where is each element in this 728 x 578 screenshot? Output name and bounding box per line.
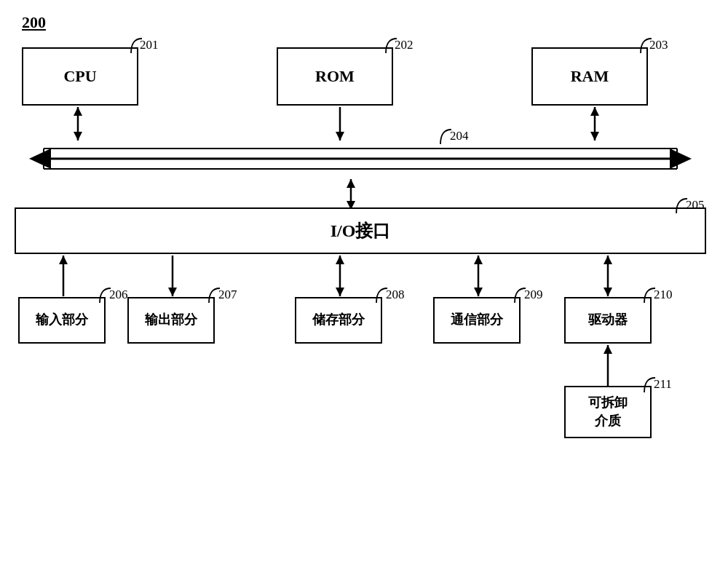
diagram-ref-200: 200 — [22, 13, 46, 32]
arrow-ram-bus — [584, 106, 606, 142]
arrow-driver-removable — [597, 344, 619, 387]
svg-marker-30 — [604, 288, 612, 296]
arrow-io-driver — [597, 254, 619, 298]
svg-marker-1 — [74, 107, 82, 116]
output-label: 输出部分 — [145, 311, 197, 329]
svg-marker-10 — [670, 149, 692, 169]
rom-box: ROM — [277, 47, 393, 106]
arrow-cpu-bus — [67, 106, 89, 142]
bus-arrow — [15, 140, 706, 178]
ram-label: RAM — [571, 67, 609, 86]
storage-bracket — [373, 285, 395, 306]
svg-marker-21 — [168, 288, 177, 296]
svg-marker-16 — [347, 179, 355, 188]
driver-bracket — [641, 285, 662, 306]
svg-marker-23 — [336, 256, 344, 264]
bus-bracket — [437, 126, 459, 148]
input-bracket — [96, 285, 118, 306]
svg-marker-24 — [336, 288, 344, 296]
ram-box: RAM — [531, 47, 648, 106]
arrow-io-output — [162, 254, 183, 298]
input-label: 输入部分 — [36, 311, 88, 329]
svg-marker-6 — [590, 107, 599, 116]
svg-marker-9 — [29, 149, 51, 169]
svg-marker-32 — [604, 345, 612, 354]
removable-label: 可拆卸 介质 — [588, 394, 628, 430]
rom-label: ROM — [315, 67, 355, 86]
io-bracket — [673, 195, 695, 217]
driver-box: 驱动器 — [564, 297, 652, 344]
comm-label: 通信部分 — [451, 311, 503, 329]
input-box: 输入部分 — [18, 297, 106, 344]
output-box: 输出部分 — [127, 297, 215, 344]
io-label: I/O接口 — [331, 219, 391, 242]
svg-marker-27 — [474, 288, 483, 296]
arrow-bus-io — [340, 178, 362, 211]
driver-label: 驱动器 — [588, 311, 628, 329]
removable-bracket — [641, 374, 662, 396]
cpu-box: CPU — [22, 47, 138, 106]
arrow-rom-bus — [329, 106, 351, 142]
comm-box: 通信部分 — [433, 297, 521, 344]
io-box: I/O接口 — [15, 207, 706, 254]
cpu-label: CPU — [63, 67, 96, 86]
diagram-container: { "diagram": { "top_label": "200", "comp… — [0, 0, 728, 578]
rom-bracket — [382, 35, 404, 57]
svg-marker-19 — [59, 256, 68, 264]
output-bracket — [205, 285, 227, 306]
cpu-bracket — [127, 35, 149, 57]
svg-marker-29 — [604, 256, 612, 264]
ram-bracket — [637, 35, 659, 57]
storage-label: 储存部分 — [312, 311, 365, 329]
removable-box: 可拆卸 介质 — [564, 386, 652, 438]
arrow-io-comm — [467, 254, 489, 298]
comm-bracket — [511, 285, 533, 306]
svg-marker-26 — [474, 256, 483, 264]
arrow-io-storage — [329, 254, 351, 298]
arrow-io-input — [52, 254, 74, 298]
storage-box: 储存部分 — [295, 297, 382, 344]
